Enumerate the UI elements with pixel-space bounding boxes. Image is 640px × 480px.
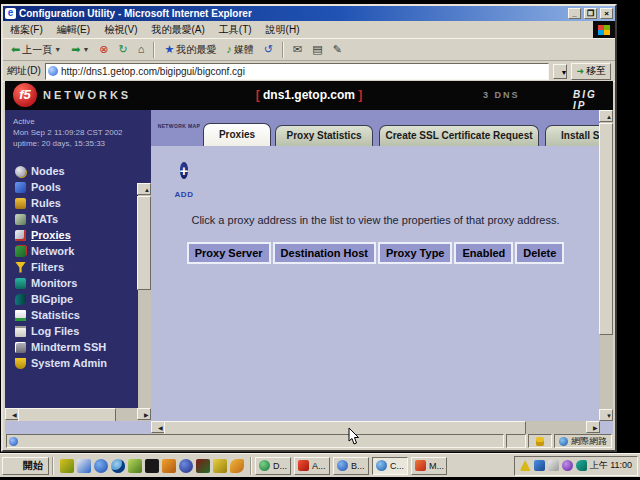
column-proxy-server[interactable]: Proxy Server (187, 242, 271, 264)
home-button[interactable]: ⌂ (134, 42, 149, 57)
product-bigip: BIG IP (573, 89, 613, 111)
scroll-thumb[interactable] (137, 196, 151, 290)
back-dropdown-icon[interactable]: ▼ (54, 44, 61, 55)
scroll-thumb[interactable] (18, 408, 116, 421)
quick-launch-icon-9[interactable] (196, 459, 210, 473)
sidebar-item-monitors[interactable]: Monitors (5, 275, 151, 291)
quick-launch-icon-10[interactable] (213, 459, 227, 473)
scroll-left-icon[interactable]: ◀ (151, 421, 165, 433)
proxies-icon (15, 230, 26, 241)
quick-launch-icon-1[interactable] (60, 459, 74, 473)
log-files-icon (15, 326, 26, 337)
sidebar-item-mindterm-ssh[interactable]: Mindterm SSH (5, 339, 151, 355)
go-button[interactable]: ➜ 移至 (571, 63, 611, 80)
column-destination-host[interactable]: Destination Host (273, 242, 376, 264)
quick-launch-icon-6[interactable] (145, 459, 159, 473)
task-button-1[interactable]: D... (255, 457, 291, 475)
quick-launch-icon-4[interactable] (111, 459, 125, 473)
main-frame: NETWORK MAP Proxies Proxy Statistics Cre… (151, 110, 613, 434)
sidebar-item-log-files[interactable]: Log Files (5, 323, 151, 339)
scroll-down-icon[interactable]: ▼ (599, 409, 613, 421)
toolbar-separator (282, 42, 284, 58)
scroll-right-icon[interactable]: ▶ (586, 421, 600, 433)
menu-tools[interactable]: 工具(T) (212, 22, 259, 38)
menu-help[interactable]: 說明(H) (259, 22, 307, 38)
forward-dropdown-icon[interactable]: ▼ (82, 44, 89, 55)
sidebar-item-nats[interactable]: NATs (5, 211, 151, 227)
scroll-thumb[interactable] (164, 421, 526, 434)
menu-bar: 檔案(F) 編輯(E) 檢視(V) 我的最愛(A) 工具(T) 說明(H) (3, 21, 615, 39)
menu-view[interactable]: 檢視(V) (97, 22, 144, 38)
quick-launch-icon-5[interactable] (128, 459, 142, 473)
tab-proxies[interactable]: Proxies (203, 123, 271, 146)
sidebar-item-system-admin[interactable]: System Admin (5, 355, 151, 371)
sidebar-item-rules[interactable]: Rules (5, 195, 151, 211)
network-map-button[interactable]: NETWORK MAP (157, 114, 201, 142)
back-button[interactable]: ⬅ 上一頁 ▼ (7, 41, 65, 59)
favorites-button[interactable]: ★ 我的最愛 (160, 41, 220, 59)
title-bar[interactable]: e Configuration Utility - Microsoft Inte… (3, 6, 615, 21)
scroll-right-icon[interactable]: ▶ (137, 408, 151, 420)
scroll-thumb[interactable] (599, 123, 613, 335)
quick-launch-icon-11[interactable] (230, 459, 244, 473)
tab-strip: NETWORK MAP Proxies Proxy Statistics Cre… (151, 110, 600, 146)
menu-edit[interactable]: 編輯(E) (50, 22, 97, 38)
column-delete[interactable]: Delete (515, 242, 564, 264)
tray-icon-3[interactable] (548, 460, 559, 471)
quick-launch-icon-2[interactable] (77, 459, 91, 473)
sidebar-item-proxies[interactable]: Proxies (5, 227, 151, 243)
edit-button[interactable]: ✎ (329, 42, 346, 57)
stop-button[interactable]: ⊗ (95, 42, 112, 57)
task-button-2[interactable]: A... (294, 457, 330, 475)
address-input[interactable]: http://dns1.getop.com/bigipgui/bigconf.c… (45, 63, 550, 80)
task-button-5[interactable]: M... (411, 457, 447, 475)
sidebar-item-filters[interactable]: Filters (5, 259, 151, 275)
task-button-3[interactable]: B... (333, 457, 369, 475)
tab-proxy-statistics[interactable]: Proxy Statistics (275, 125, 373, 146)
scroll-left-icon[interactable]: ◀ (5, 408, 19, 420)
edit-icon: ✎ (333, 44, 342, 55)
sidebar-vertical-scrollbar[interactable]: ▲ ▼ (138, 183, 151, 421)
add-proxy-button[interactable]: + ADD (169, 158, 199, 201)
minimize-button[interactable]: _ (568, 8, 581, 19)
scroll-up-icon[interactable]: ▲ (599, 110, 613, 122)
forward-button[interactable]: ➡ ▼ (67, 42, 93, 57)
address-dropdown-button[interactable]: ▼ (553, 64, 567, 79)
sidebar-item-pools[interactable]: Pools (5, 179, 151, 195)
history-button[interactable]: ↺ (260, 42, 277, 57)
mail-button[interactable]: ✉ (289, 42, 306, 57)
quick-launch-icon-7[interactable] (162, 459, 176, 473)
sidebar-item-bigpipe[interactable]: BIGpipe (5, 291, 151, 307)
status-active: Active (13, 116, 151, 127)
column-enabled[interactable]: Enabled (454, 242, 513, 264)
tab-create-ssl-certificate-request[interactable]: Create SSL Certificate Request (379, 125, 539, 146)
menu-favorites[interactable]: 我的最愛(A) (144, 22, 211, 38)
menu-file[interactable]: 檔案(F) (3, 22, 50, 38)
quick-launch-icon-8[interactable] (179, 459, 193, 473)
refresh-button[interactable]: ↻ (115, 42, 132, 57)
add-label: ADD (175, 190, 194, 199)
main-vertical-scrollbar[interactable]: ▲ ▼ (600, 110, 613, 421)
task-button-4-active[interactable]: C... (372, 457, 408, 475)
sidebar-item-statistics[interactable]: Statistics (5, 307, 151, 323)
start-button[interactable]: 開始 (2, 457, 49, 475)
monitors-icon (15, 278, 26, 289)
scroll-up-icon[interactable]: ▲ (137, 183, 151, 195)
add-plus-icon[interactable]: + (180, 162, 189, 179)
sidebar-item-network[interactable]: Network (5, 243, 151, 259)
main-horizontal-scrollbar[interactable]: ◀ ▶ (151, 421, 600, 434)
url-text[interactable]: http://dns1.getop.com/bigipgui/bigconf.c… (61, 66, 547, 77)
sidebar-item-nodes[interactable]: Nodes (5, 163, 151, 179)
tray-icon-1[interactable] (520, 460, 531, 471)
tray-icon-2[interactable] (534, 460, 545, 471)
sidebar-horizontal-scrollbar[interactable]: ◀ ▶ (5, 408, 151, 421)
media-button[interactable]: ♪ 媒體 (222, 41, 258, 59)
system-status: Active Mon Sep 2 11:09:28 CST 2002 uptim… (13, 116, 151, 149)
tray-icon-5[interactable] (576, 460, 587, 471)
tray-icon-4[interactable] (562, 460, 573, 471)
column-proxy-type[interactable]: Proxy Type (378, 242, 453, 264)
quick-launch-icon-3[interactable] (94, 459, 108, 473)
maximize-button[interactable]: ❐ (584, 8, 597, 19)
print-button[interactable]: ▤ (308, 42, 326, 57)
close-button[interactable]: × (600, 8, 613, 19)
